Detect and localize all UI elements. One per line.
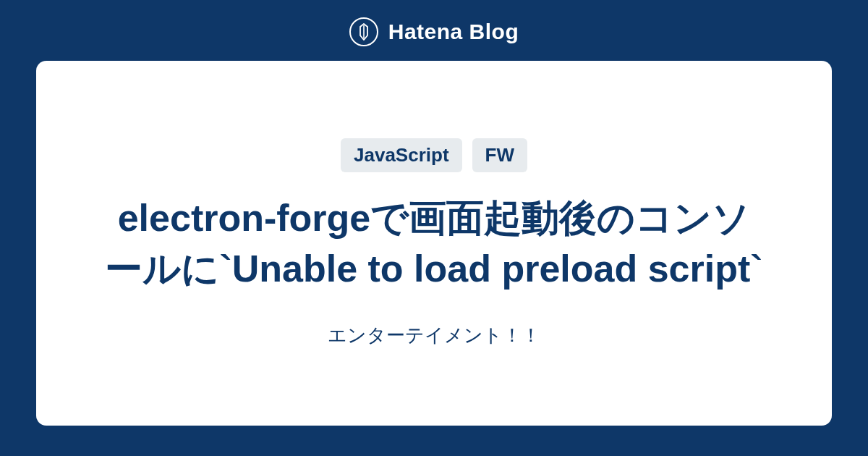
tag-list: JavaScript FW [341,138,527,172]
blog-name: エンターテイメント！！ [328,323,540,348]
hatena-logo-icon [349,17,378,46]
tag: JavaScript [341,138,462,172]
brand-name: Hatena Blog [388,20,519,44]
header: Hatena Blog [349,0,519,61]
article-card: JavaScript FW electron-forgeで画面起動後のコンソール… [36,61,832,426]
tag: FW [472,138,527,172]
article-title: electron-forgeで画面起動後のコンソールに`Unable to lo… [101,193,767,294]
